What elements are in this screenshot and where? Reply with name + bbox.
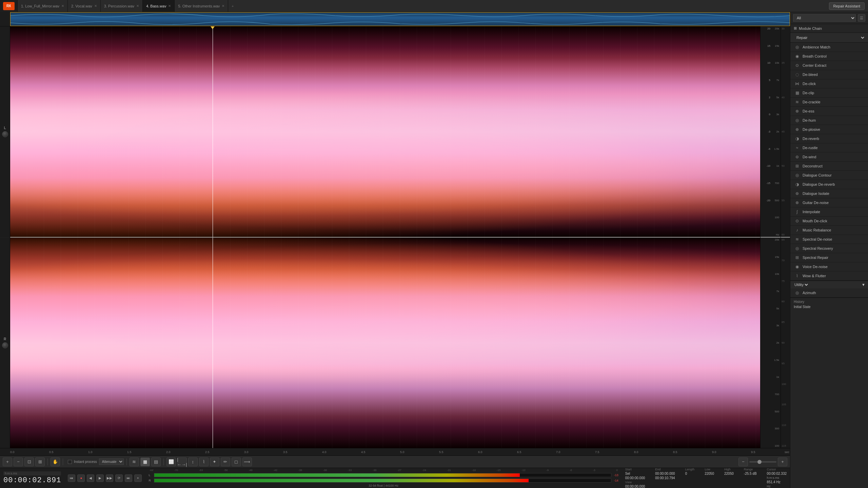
go-back-button[interactable]: ◀ xyxy=(87,474,94,482)
utility-header[interactable]: Utility ▼ xyxy=(790,281,868,288)
pan-tool-button[interactable]: ✋ xyxy=(51,458,60,466)
tab-1[interactable]: 1. Low_Full_Mirror.wav ✕ xyxy=(18,0,68,12)
select-time-button[interactable]: |←→| xyxy=(177,458,187,466)
plugin-breath-control[interactable]: ◉ Breath Control xyxy=(790,52,868,61)
status-info: Start Sel 00:00:00.000 View 00:00:00.000… xyxy=(625,468,787,488)
plugin-music-rebalance[interactable]: ♪ Music Rebalance xyxy=(790,226,868,235)
plugin-guitar-de-noise[interactable]: ⊗ Guitar De-noise xyxy=(790,198,868,207)
zoom-slider[interactable] xyxy=(749,461,776,463)
tab-5-close[interactable]: ✕ xyxy=(222,4,224,8)
plugin-de-bleed[interactable]: ◌ De-bleed xyxy=(790,70,868,79)
right-panel: All Repair Utility ☰ ⊞ Module Chain Repa… xyxy=(790,12,868,488)
module-chain-row[interactable]: ⊞ Module Chain xyxy=(790,24,868,33)
add-tab-button[interactable]: + xyxy=(228,4,237,8)
music-rebalance-label: Music Rebalance xyxy=(803,228,831,232)
tab-5[interactable]: 5. Other Instruments.wav ✕ xyxy=(175,0,228,12)
zoom-in-h-button[interactable]: + xyxy=(778,458,787,466)
fast-forward-button[interactable]: ▶▶ xyxy=(106,474,113,482)
spectral-repair-icon: ⊞ xyxy=(794,255,800,260)
instant-process-checkbox[interactable] xyxy=(68,460,72,464)
repair-assistant-button[interactable]: Repair Assistant xyxy=(829,2,865,10)
plugin-deconstruct[interactable]: ⊞ Deconstruct xyxy=(790,162,868,171)
module-chain-label: Module Chain xyxy=(799,26,822,30)
tick-3: 1.5 xyxy=(127,450,132,454)
zoom-in-button[interactable]: + xyxy=(3,458,12,466)
mouth-de-click-icon: ⊙ xyxy=(794,218,800,224)
plugin-de-plosive[interactable]: ⊕ De-plosive xyxy=(790,125,868,134)
go-to-start-button[interactable]: ⏮ xyxy=(68,474,75,482)
plugin-dialogue-contour[interactable]: ◎ Dialogue Contour xyxy=(790,171,868,180)
plugin-wow-flutter[interactable]: ⌇ Wow & Flutter xyxy=(790,271,868,281)
combined-view-button[interactable]: ▤ xyxy=(151,458,161,466)
plugin-azimuth[interactable]: ◎ Azimuth xyxy=(790,288,868,298)
plugin-voice-de-noise[interactable]: ◉ Voice De-noise xyxy=(790,262,868,271)
plugin-de-hum[interactable]: ◎ De-hum xyxy=(790,116,868,125)
left-channel-knob[interactable] xyxy=(2,131,8,137)
spectrogram-view-button[interactable]: ▦ xyxy=(140,458,150,466)
section-select[interactable]: Repair Utility xyxy=(793,34,865,41)
plugin-ambience-match[interactable]: ◎ Ambience Match xyxy=(790,43,868,52)
plugin-mouth-de-click[interactable]: ⊙ Mouth De-click xyxy=(790,217,868,226)
play-button[interactable]: ▶ xyxy=(96,474,104,482)
plugin-de-wind[interactable]: ⊜ De-wind xyxy=(790,152,868,162)
zoom-selection-button[interactable]: ⊞ xyxy=(35,458,45,466)
deconstruct-label: Deconstruct xyxy=(803,164,823,168)
section-dropdown[interactable]: Repair Utility xyxy=(790,33,868,43)
spectrogram-left[interactable] xyxy=(10,26,760,238)
plugin-center-extract[interactable]: ⊙ Center Extract xyxy=(790,61,868,70)
de-reverb-label: De-reverb xyxy=(803,137,819,141)
tab-2[interactable]: 2. Vocal.wav ✕ xyxy=(68,0,101,12)
plugin-de-ess[interactable]: ⊗ De-ess xyxy=(790,107,868,116)
plugin-spectral-recovery[interactable]: ◎ Spectral Recovery xyxy=(790,244,868,253)
left-peak-value: -13 xyxy=(614,473,618,477)
loop-button[interactable]: ⟳ xyxy=(115,474,123,482)
toolbar-sep-3 xyxy=(126,459,127,465)
go-to-end-button[interactable]: ⏭ xyxy=(125,474,132,482)
magic-wand-button[interactable]: ✦ xyxy=(210,458,219,466)
panel-menu-button[interactable]: ☰ xyxy=(858,14,865,22)
gain-button[interactable]: ⟿ xyxy=(242,458,252,466)
plugin-de-rustle[interactable]: ≈ De-rustle xyxy=(790,143,868,152)
overview-waveform[interactable] xyxy=(10,12,790,26)
zoom-out-h-button[interactable]: − xyxy=(738,458,748,466)
right-channel-knob[interactable] xyxy=(2,342,8,348)
plugin-de-crackle[interactable]: ≋ De-crackle xyxy=(790,98,868,107)
zoom-fit-button[interactable]: ⊡ xyxy=(24,458,34,466)
plugin-dialogue-de-reverb[interactable]: ◑ Dialogue De-reverb xyxy=(790,180,868,189)
tab-2-close[interactable]: ✕ xyxy=(94,4,97,8)
select-rect-button[interactable]: ⬜ xyxy=(166,458,176,466)
time-format-label[interactable]: h:m:s.ms xyxy=(3,471,61,475)
tab-1-close[interactable]: ✕ xyxy=(61,4,64,8)
zoom-out-button[interactable]: − xyxy=(14,458,23,466)
history-initial-state[interactable]: Initial State xyxy=(794,305,865,309)
meter-scale: -Inf-70-63-56-48 -42-39-36-33-30 -27-24-… xyxy=(149,469,618,472)
utility-select[interactable]: Utility xyxy=(793,282,809,287)
spectrogram-right[interactable] xyxy=(10,238,760,448)
tab-3[interactable]: 3. Percussion.wav ✕ xyxy=(101,0,143,12)
channel-strip: L R xyxy=(0,26,10,448)
left-meter-fill xyxy=(154,473,519,477)
tab-4-close[interactable]: ✕ xyxy=(168,4,171,8)
erase-button[interactable]: ◻ xyxy=(232,458,241,466)
record-button[interactable]: ● xyxy=(77,474,85,482)
filter-select[interactable]: All Repair Utility xyxy=(793,14,856,22)
snap-button[interactable]: ⌖ xyxy=(134,474,142,482)
plugin-spectral-repair[interactable]: ⊞ Spectral Repair xyxy=(790,253,868,262)
tab-3-close[interactable]: ✕ xyxy=(136,4,139,8)
tick-19: 9.5 xyxy=(751,450,755,454)
plugin-dialogue-isolate[interactable]: ⊛ Dialogue Isolate xyxy=(790,189,868,198)
select-freq-button[interactable]: ↕ xyxy=(188,458,198,466)
paint-button[interactable]: ✏ xyxy=(221,458,230,466)
lasso-button[interactable]: ⌇ xyxy=(199,458,209,466)
tick-16: 8.0 xyxy=(634,450,638,454)
attenuation-select[interactable]: Attenuate Cut Boost xyxy=(99,459,124,465)
waveform-view-button[interactable]: ≋ xyxy=(130,458,139,466)
plugin-de-clip[interactable]: ▦ De-clip xyxy=(790,88,868,98)
timeline-content[interactable]: 0.0 0.5 1.0 1.5 2.0 2.5 3.0 3.5 4.0 4.5 … xyxy=(10,448,790,455)
tab-4[interactable]: 4. Bass.wav ✕ xyxy=(143,0,175,12)
plugin-de-click[interactable]: ⋈ De-click xyxy=(790,79,868,88)
plugin-interpolate[interactable]: ∫ Interpolate xyxy=(790,207,868,217)
zoom-slider-thumb[interactable] xyxy=(757,460,762,464)
plugin-de-reverb[interactable]: ◑ De-reverb xyxy=(790,134,868,143)
plugin-spectral-de-noise[interactable]: ≋ Spectral De-noise xyxy=(790,235,868,244)
